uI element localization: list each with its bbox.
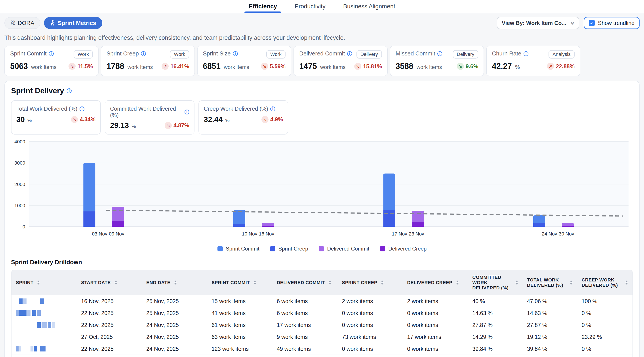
column-header-end-date[interactable]: End Date — [142, 270, 207, 295]
cell-total-work-delivered-: 27.87 % — [523, 319, 577, 331]
table-row[interactable]: 16 Nov, 202525 Nov, 202515 work items6 w… — [12, 295, 632, 307]
cell-committed-work-delivered-: 14.29 % — [468, 331, 522, 343]
kpi-category-badge: Delivery — [356, 50, 382, 58]
cell-sprint-commit: 63 work items — [207, 331, 272, 343]
sort-icon — [114, 281, 117, 285]
table-row[interactable]: 22 Nov, 202524 Nov, 202561 work items17 … — [12, 319, 632, 331]
sort-icon — [456, 281, 459, 285]
sprint-name-redacted — [12, 331, 77, 343]
info-icon[interactable]: i — [233, 51, 238, 56]
kpi-unit: work items — [319, 64, 346, 70]
kpi-delta: ↘ 11.5% — [68, 63, 93, 70]
legend-swatch-icon — [319, 246, 324, 251]
info-icon[interactable]: i — [524, 51, 528, 56]
column-label: Sprint Creep — [342, 280, 377, 285]
info-icon[interactable]: i — [270, 106, 275, 111]
chart-legend: Sprint Commit Sprint Creep Delivered Com… — [11, 246, 633, 252]
legend-item-sprint-creep[interactable]: Sprint Creep — [270, 246, 308, 252]
legend-item-delivered-commit[interactable]: Delivered Commit — [319, 246, 369, 252]
table-row[interactable]: 27 Oct, 202524 Nov, 202563 work items9 w… — [12, 331, 632, 343]
sprint-metrics-button[interactable]: Sprint Metrics — [44, 17, 102, 29]
cell-creep-work-delivered-: 100 % — [577, 295, 632, 307]
column-header-sprint[interactable]: Sprint — [12, 270, 77, 295]
cell-sprint-commit: 15 work items — [207, 295, 272, 307]
show-trendline-toggle[interactable]: ✓ Show trendline — [584, 17, 640, 29]
column-header-delivered-commit[interactable]: Delivered Commit — [272, 270, 338, 295]
kpi-delta-value: 11.5% — [77, 63, 93, 70]
sort-icon — [174, 281, 177, 285]
kpi-delta: ↘ 5.59% — [261, 63, 286, 70]
svg-text:03 Nov-09 Nov: 03 Nov-09 Nov — [92, 231, 124, 237]
trend-arrow-icon: ↘ — [354, 63, 361, 70]
tab-productivity[interactable]: Productivity — [294, 0, 326, 13]
dora-button[interactable]: DORA DORA — [4, 17, 40, 29]
kpi-category-badge: Analysis — [548, 50, 574, 58]
cell-delivered-commit: 35 work items — [272, 355, 338, 357]
column-header-creep-work-delivered-[interactable]: Creep Work Delivered (%) — [577, 270, 632, 295]
table-row[interactable]: 10 Nov, 202524 Nov, 202571 work items35 … — [12, 355, 632, 357]
dora-icon: DORA — [10, 20, 15, 26]
metric-title: Creep Work Delivered (%) — [204, 106, 268, 112]
cell-delivered-commit: 49 work items — [272, 343, 338, 355]
cell-total-work-delivered-: 39.84 % — [523, 343, 577, 355]
table-row[interactable]: 22 Nov, 202525 Nov, 202541 work items6 w… — [12, 307, 632, 319]
kpi-card-row: Sprint Commit i Work 5063 work items ↘ 1… — [0, 46, 644, 76]
info-icon[interactable]: i — [184, 110, 189, 114]
column-header-sprint-commit[interactable]: Sprint Commit — [207, 270, 272, 295]
info-icon[interactable]: i — [49, 51, 54, 56]
sprint-delivery-title: Sprint Delivery — [11, 86, 64, 95]
info-icon[interactable]: i — [80, 106, 84, 111]
sort-icon — [570, 281, 573, 285]
cell-sprint-creep: 73 work items — [338, 331, 403, 343]
metric-value: 30 — [16, 115, 25, 123]
cell-start-date: 22 Nov, 2025 — [77, 319, 142, 331]
kpi-value: 1475 — [299, 62, 317, 71]
sprint-delivery-chart: 0100020003000400003 Nov-09 Nov10 Nov-16 … — [11, 139, 633, 252]
column-label: Sprint — [16, 280, 33, 285]
column-header-delivered-creep[interactable]: Delivered Creep — [403, 270, 468, 295]
cell-delivered-creep: 17 work items — [403, 331, 468, 343]
cell-committed-work-delivered-: 40 % — [468, 295, 522, 307]
tab-label: Business Alignment — [343, 3, 395, 10]
cell-delivered-creep: 2 work items — [403, 295, 468, 307]
kpi-delta-value: 16.41% — [170, 63, 189, 70]
column-header-committed-work-delivered-[interactable]: Committed Work Delivered (%) — [468, 270, 522, 295]
trend-arrow-icon: ↘ — [165, 122, 172, 129]
cell-creep-work-delivered-: 0 % — [577, 319, 632, 331]
cell-start-date: 22 Nov, 2025 — [77, 343, 142, 355]
info-icon[interactable]: i — [437, 51, 442, 56]
metric-unit: % — [224, 117, 230, 123]
kpi-title: Churn Rate — [492, 50, 521, 57]
trend-arrow-icon: ↗ — [547, 63, 554, 70]
table-row[interactable]: 22 Nov, 202524 Nov, 2025123 work items49… — [12, 343, 632, 355]
sprint-name-redacted — [12, 355, 77, 357]
view-by-select[interactable]: View By: Work Item Co... ∨ — [497, 17, 579, 29]
kpi-delta-value: 5.59% — [270, 63, 286, 70]
cell-sprint-commit: 41 work items — [207, 307, 272, 319]
kpi-card: Delivered Commit i Delivery 1475 work it… — [294, 46, 388, 76]
cell-creep-work-delivered-: 0 % — [577, 307, 632, 319]
info-icon[interactable]: i — [67, 88, 72, 93]
cell-committed-work-delivered-: 49.3 % — [468, 355, 522, 357]
info-icon[interactable]: i — [141, 51, 146, 56]
legend-item-sprint-commit[interactable]: Sprint Commit — [218, 246, 260, 252]
info-icon[interactable]: i — [347, 51, 352, 56]
svg-text:1000: 1000 — [14, 203, 25, 208]
sort-icon — [381, 281, 384, 285]
legend-item-delivered-creep[interactable]: Delivered Creep — [380, 246, 426, 252]
legend-label: Sprint Commit — [226, 246, 260, 252]
tab-efficiency[interactable]: Efficiency — [248, 0, 278, 13]
trend-arrow-icon: ↘ — [262, 116, 268, 123]
column-header-start-date[interactable]: Start Date — [77, 270, 142, 295]
svg-text:17 Nov-23 Nov: 17 Nov-23 Nov — [392, 231, 424, 237]
legend-swatch-icon — [380, 246, 385, 251]
kpi-title: Delivered Commit — [299, 50, 345, 57]
svg-text:0: 0 — [22, 224, 25, 230]
column-header-total-work-delivered-[interactable]: Total Work Delivered (%) — [523, 270, 577, 295]
tab-business-alignment[interactable]: Business Alignment — [342, 0, 396, 13]
column-label: Committed Work Delivered (%) — [472, 275, 512, 291]
column-header-sprint-creep[interactable]: Sprint Creep — [338, 270, 403, 295]
metric-value: 29.13 — [110, 121, 129, 129]
cell-delivered-creep: 0 work items — [403, 343, 468, 355]
kpi-unit: work items — [222, 64, 249, 70]
